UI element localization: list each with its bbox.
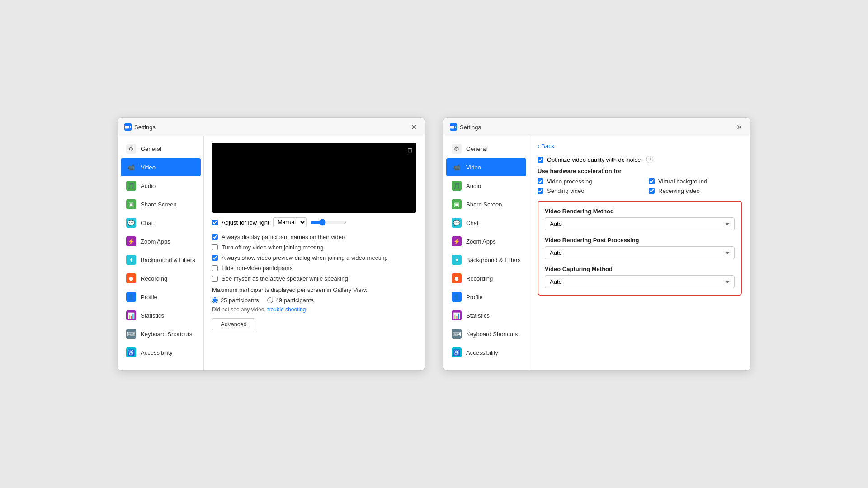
cb-hide-nonvideo[interactable] xyxy=(212,265,218,271)
hw-receiving-checkbox[interactable] xyxy=(649,188,655,194)
hw-item-virtual-bg: Virtual background xyxy=(649,178,742,185)
right-keyboard-icon: ⌨ xyxy=(452,329,462,339)
left-sidebar-item-statistics[interactable]: 📊 Statistics xyxy=(121,306,201,324)
hw-sending-checkbox[interactable] xyxy=(538,188,543,194)
left-sidebar-item-sharescreen[interactable]: ▣ Share Screen xyxy=(121,195,201,213)
capture-method-group: Video Capturing Method Auto Direct3D11 D… xyxy=(545,266,735,288)
left-video-icon: 📹 xyxy=(126,162,136,172)
right-sidebar-item-audio[interactable]: 🎵 Audio xyxy=(446,177,526,195)
render-method-select[interactable]: Auto Direct3D11 Direct3D9 OpenGL xyxy=(545,217,735,230)
right-content-area: ‹ Back Optimize video quality with de-no… xyxy=(529,136,750,370)
capture-method-label: Video Capturing Method xyxy=(545,266,735,272)
left-sidebar-item-profile[interactable]: 👤 Profile xyxy=(121,288,201,306)
right-sidebar-item-bgfilters[interactable]: ✦ Background & Filters xyxy=(446,251,526,269)
right-video-label: Video xyxy=(466,164,481,171)
right-sidebar-item-statistics[interactable]: 📊 Statistics xyxy=(446,306,526,324)
cb-participant-names[interactable] xyxy=(212,234,218,240)
gallery-section: Maximum participants displayed per scree… xyxy=(212,286,416,293)
option-row-4: Hide non-video participants xyxy=(212,265,416,272)
right-zoomapps-icon: ⚡ xyxy=(452,236,462,246)
right-chat-icon: 💬 xyxy=(452,218,462,228)
left-zoomapps-label: Zoom Apps xyxy=(141,238,170,245)
left-chat-label: Chat xyxy=(141,220,153,226)
left-profile-icon: 👤 xyxy=(126,292,136,302)
hw-video-processing-label: Video processing xyxy=(547,178,592,185)
left-sidebar-item-keyboard[interactable]: ⌨ Keyboard Shortcuts xyxy=(121,325,201,343)
left-sidebar-item-chat[interactable]: 💬 Chat xyxy=(121,214,201,232)
left-sidebar-item-video[interactable]: 📹 Video xyxy=(121,158,201,176)
right-close-button[interactable]: ✕ xyxy=(735,122,744,131)
left-sidebar-item-accessibility[interactable]: ♿ Accessibility xyxy=(121,343,201,361)
cb-preview-dialog[interactable] xyxy=(212,255,218,261)
trouble-link[interactable]: trouble shooting xyxy=(267,306,306,313)
right-profile-label: Profile xyxy=(466,294,483,300)
right-sidebar-item-accessibility[interactable]: ♿ Accessibility xyxy=(446,343,526,361)
render-post-select[interactable]: Auto Direct3D11 Direct3D9 OpenGL xyxy=(545,246,735,259)
optimize-help-icon[interactable]: ? xyxy=(646,156,653,163)
hw-virtual-bg-checkbox[interactable] xyxy=(649,178,655,184)
right-recording-icon: ⏺ xyxy=(452,273,462,283)
right-sidebar-item-video[interactable]: 📹 Video xyxy=(446,158,526,176)
left-bgfilters-icon: ✦ xyxy=(126,255,136,265)
left-sharescreen-icon: ▣ xyxy=(126,199,136,209)
rendering-box: Video Rendering Method Auto Direct3D11 D… xyxy=(538,201,742,296)
cb-hide-nonvideo-label: Hide non-video participants xyxy=(222,265,293,272)
right-general-icon: ⚙ xyxy=(452,144,462,154)
right-sidebar-item-keyboard[interactable]: ⌨ Keyboard Shortcuts xyxy=(446,325,526,343)
left-sidebar-item-recording[interactable]: ⏺ Recording xyxy=(121,269,201,287)
advanced-button[interactable]: Advanced xyxy=(212,318,255,330)
hw-item-video-processing: Video processing xyxy=(538,178,631,185)
radio-25[interactable] xyxy=(212,297,218,303)
trouble-text: Did not see any video, xyxy=(212,306,266,313)
left-recording-label: Recording xyxy=(141,275,167,282)
right-zoom-logo-icon xyxy=(450,123,457,131)
left-sidebar-item-zoomapps[interactable]: ⚡ Zoom Apps xyxy=(121,232,201,250)
zoom-logo-icon xyxy=(124,123,132,131)
optimize-checkbox[interactable] xyxy=(538,157,543,163)
right-sidebar-item-recording[interactable]: ⏺ Recording xyxy=(446,269,526,287)
hw-video-processing-checkbox[interactable] xyxy=(538,178,543,184)
radio-49[interactable] xyxy=(267,297,273,303)
right-sidebar-item-zoomapps[interactable]: ⚡ Zoom Apps xyxy=(446,232,526,250)
option-row-3: Always show video preview dialog when jo… xyxy=(212,254,416,261)
adjust-lowlight-checkbox[interactable] xyxy=(212,220,218,225)
adjust-row: Adjust for low light Manual Auto xyxy=(212,217,416,227)
left-audio-icon: 🎵 xyxy=(126,181,136,191)
left-zoomapps-icon: ⚡ xyxy=(126,236,136,246)
left-sidebar-item-general[interactable]: ⚙ General xyxy=(121,140,201,158)
left-sharescreen-label: Share Screen xyxy=(141,201,177,208)
right-sidebar-item-sharescreen[interactable]: ▣ Share Screen xyxy=(446,195,526,213)
right-sidebar-item-profile[interactable]: 👤 Profile xyxy=(446,288,526,306)
left-sidebar-item-audio[interactable]: 🎵 Audio xyxy=(121,177,201,195)
right-accessibility-label: Accessibility xyxy=(466,349,498,356)
left-sidebar-item-bgfilters[interactable]: ✦ Background & Filters xyxy=(121,251,201,269)
adjust-dropdown[interactable]: Manual Auto xyxy=(273,217,307,227)
capture-method-select[interactable]: Auto Direct3D11 Direct3D9 OpenGL xyxy=(545,275,735,288)
back-link[interactable]: ‹ Back xyxy=(538,143,742,150)
right-audio-label: Audio xyxy=(466,183,481,189)
left-accessibility-label: Accessibility xyxy=(141,349,173,356)
option-row-5: See myself as the active speaker while s… xyxy=(212,275,416,282)
radio-49-option[interactable]: 49 participants xyxy=(267,297,314,304)
adjust-slider[interactable] xyxy=(310,219,346,226)
left-statistics-label: Statistics xyxy=(141,312,164,319)
trouble-row: Did not see any video, trouble shooting xyxy=(212,306,416,313)
left-settings-window: Settings ✕ ⚙ General 📹 Video 🎵 Audio ▣ S… xyxy=(118,117,425,371)
right-bgfilters-label: Background & Filters xyxy=(466,257,521,263)
radio-25-option[interactable]: 25 participants xyxy=(212,297,259,304)
right-accessibility-icon: ♿ xyxy=(452,347,462,357)
radio-25-label: 25 participants xyxy=(221,297,259,304)
right-sidebar-item-general[interactable]: ⚙ General xyxy=(446,140,526,158)
hw-item-receiving: Receiving video xyxy=(649,188,742,194)
hw-accel-title: Use hardware acceleration for xyxy=(538,168,742,174)
left-sidebar: ⚙ General 📹 Video 🎵 Audio ▣ Share Screen… xyxy=(118,136,204,370)
cb-active-speaker[interactable] xyxy=(212,276,218,282)
left-close-button[interactable]: ✕ xyxy=(409,122,418,131)
right-recording-label: Recording xyxy=(466,275,493,282)
right-sidebar-item-chat[interactable]: 💬 Chat xyxy=(446,214,526,232)
render-post-label: Video Rendering Post Processing xyxy=(545,237,735,244)
left-window-title: Settings xyxy=(134,124,409,131)
right-profile-icon: 👤 xyxy=(452,292,462,302)
right-settings-window: Settings ✕ ⚙ General 📹 Video 🎵 Audio ▣ S… xyxy=(443,117,750,371)
cb-turnoff-video[interactable] xyxy=(212,244,218,250)
